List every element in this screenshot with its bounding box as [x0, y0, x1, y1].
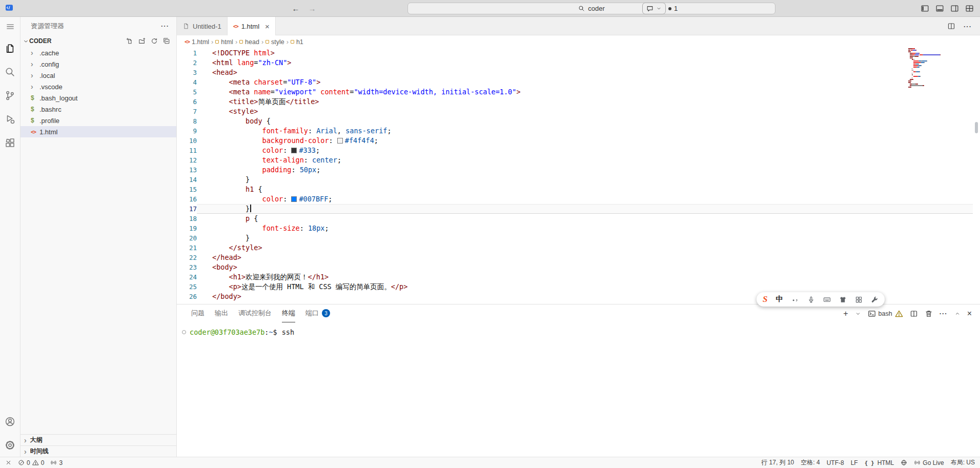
toggle-primary-sidebar-icon[interactable]: [921, 4, 929, 13]
code-line-9[interactable]: 9 font-family: Arial, sans-serif;: [177, 126, 973, 136]
code-line-21[interactable]: 21 </style>: [177, 243, 973, 253]
file-.bashrc[interactable]: $.bashrc: [21, 104, 176, 115]
panel-tab-端口[interactable]: 端口3: [305, 304, 330, 322]
code-line-19[interactable]: 19 font-size: 18px;: [177, 223, 973, 233]
maximize-panel-icon[interactable]: [954, 311, 961, 317]
status-keyboard-layout[interactable]: 布局: US: [951, 458, 975, 467]
nav-forward-button[interactable]: →: [305, 0, 319, 16]
breadcrumb-item-style[interactable]: style: [266, 38, 284, 46]
remote-indicator[interactable]: [5, 459, 12, 466]
file-.profile[interactable]: $.profile: [21, 115, 176, 126]
code-line-8[interactable]: 8 body {: [177, 116, 973, 126]
minimap[interactable]: [908, 48, 973, 99]
breadcrumb-item-html[interactable]: html: [215, 38, 233, 46]
skin-icon[interactable]: [839, 296, 847, 303]
code-line-11[interactable]: 11 color: #333;: [177, 146, 973, 155]
panel-more-actions-icon[interactable]: ···: [940, 310, 948, 317]
toggle-secondary-sidebar-icon[interactable]: [950, 4, 959, 13]
file-.cache[interactable]: ›.cache: [21, 47, 176, 58]
collapse-all-icon[interactable]: [163, 37, 170, 45]
customize-layout-icon[interactable]: [965, 4, 974, 13]
code-line-5[interactable]: 5 <meta name="viewport" content="width=d…: [177, 87, 973, 97]
terminal-instance-bash[interactable]: bash: [868, 310, 903, 318]
activity-extensions[interactable]: [0, 131, 20, 154]
virtual-keyboard-icon[interactable]: [823, 296, 831, 303]
code-line-12[interactable]: 12 text-align: center;: [177, 155, 973, 165]
sidebar-more-actions-icon[interactable]: ···: [161, 22, 169, 30]
microphone-icon[interactable]: [807, 296, 815, 303]
close-tab-icon[interactable]: ×: [265, 23, 270, 30]
activity-source-control[interactable]: [0, 84, 20, 107]
file-.vscode[interactable]: ›.vscode: [21, 81, 176, 92]
status-encoding[interactable]: UTF-8: [827, 459, 844, 466]
panel-tab-调试控制台[interactable]: 调试控制台: [238, 304, 272, 322]
status-go-live[interactable]: Go Live: [914, 459, 944, 466]
outline-section[interactable]: › 大纲: [21, 434, 176, 445]
activity-search[interactable]: [0, 60, 20, 84]
code-line-15[interactable]: 15 h1 {: [177, 185, 973, 194]
file-.bash_logout[interactable]: $.bash_logout: [21, 92, 176, 104]
ime-language-mode[interactable]: 中: [776, 295, 783, 304]
activity-accounts[interactable]: [0, 410, 20, 433]
toggle-panel-icon[interactable]: [935, 4, 944, 13]
scrollbar-marker[interactable]: [975, 122, 978, 133]
tab-Untitled-1[interactable]: Untitled-1: [177, 17, 228, 35]
timeline-section[interactable]: › 时间线: [21, 445, 176, 457]
code-line-17[interactable]: 17 }: [177, 204, 973, 214]
sogou-logo-icon[interactable]: S: [763, 294, 767, 304]
status-eol[interactable]: LF: [851, 459, 858, 466]
toolbox-grid-icon[interactable]: [855, 296, 863, 303]
code-line-7[interactable]: 7 <style>: [177, 107, 973, 116]
status-cursor-position[interactable]: 行 17, 列 10: [761, 458, 794, 467]
file-.local[interactable]: ›.local: [21, 70, 176, 81]
session-count-indicator[interactable]: 1: [668, 3, 678, 14]
chat-menu-button[interactable]: [642, 3, 666, 14]
refresh-icon[interactable]: [151, 37, 158, 45]
panel-tab-输出[interactable]: 输出: [215, 304, 228, 322]
breadcrumb-item-1.html[interactable]: <>1.html: [185, 38, 209, 46]
breadcrumb-item-h1[interactable]: h1: [291, 38, 303, 46]
panel-tab-终端[interactable]: 终端: [282, 304, 295, 322]
status-open-in-browser[interactable]: [901, 459, 907, 466]
ports-indicator[interactable]: 3: [50, 459, 63, 466]
new-folder-icon[interactable]: [138, 37, 146, 45]
code-line-3[interactable]: 3<head>: [177, 68, 973, 77]
new-file-icon[interactable]: [126, 37, 133, 45]
nav-back-button[interactable]: ←: [289, 0, 302, 16]
command-center-search[interactable]: coder: [407, 3, 775, 14]
problems-indicator[interactable]: 0 0: [18, 459, 44, 466]
activity-settings[interactable]: [0, 433, 20, 457]
code-line-22[interactable]: 22</head>: [177, 253, 973, 262]
editor-more-actions-icon[interactable]: ···: [964, 23, 972, 30]
code-line-1[interactable]: 1<!DOCTYPE html>: [177, 48, 973, 58]
new-terminal-icon[interactable]: +: [843, 310, 848, 318]
code-line-18[interactable]: 18 p {: [177, 214, 973, 223]
status-indentation[interactable]: 空格: 4: [801, 458, 820, 467]
code-line-6[interactable]: 6 <title>简单页面</title>: [177, 97, 973, 107]
code-line-10[interactable]: 10 background-color: #f4f4f4;: [177, 136, 973, 146]
tab-1.html[interactable]: <>1.html×: [228, 17, 276, 35]
code-line-24[interactable]: 24 <h1>欢迎来到我的网页！</h1>: [177, 272, 973, 282]
app-logo-icon[interactable]: [5, 4, 13, 12]
punctuation-mode-icon[interactable]: [791, 296, 799, 303]
explorer-root-folder[interactable]: CODER: [21, 35, 176, 47]
terminal-dropdown-chevron-icon[interactable]: [855, 311, 861, 317]
status-language-mode[interactable]: { }HTML: [865, 459, 894, 466]
code-line-14[interactable]: 14 }: [177, 175, 973, 185]
split-editor-icon[interactable]: [947, 22, 955, 30]
activity-menu[interactable]: [0, 17, 20, 36]
code-editor[interactable]: 1<!DOCTYPE html>2<html lang="zh-CN">3<he…: [177, 48, 973, 304]
terminal[interactable]: coder@03f703ae3e7b:~$ssh: [177, 322, 980, 337]
kill-terminal-icon[interactable]: [925, 310, 933, 318]
ime-toolbar[interactable]: S 中: [757, 292, 885, 307]
code-line-20[interactable]: 20 }: [177, 233, 973, 243]
panel-tab-问题[interactable]: 问题: [191, 304, 205, 322]
activity-run-debug[interactable]: [0, 107, 20, 131]
file-1.html[interactable]: <>1.html: [21, 126, 176, 137]
code-line-25[interactable]: 25 <p>这是一个使用 HTML 和 CSS 编写的简单页面。</p>: [177, 282, 973, 292]
split-terminal-icon[interactable]: [910, 310, 918, 318]
close-panel-icon[interactable]: ×: [967, 310, 972, 318]
code-line-23[interactable]: 23<body>: [177, 262, 973, 272]
code-line-4[interactable]: 4 <meta charset="UTF-8">: [177, 77, 973, 87]
code-line-2[interactable]: 2<html lang="zh-CN">: [177, 58, 973, 68]
